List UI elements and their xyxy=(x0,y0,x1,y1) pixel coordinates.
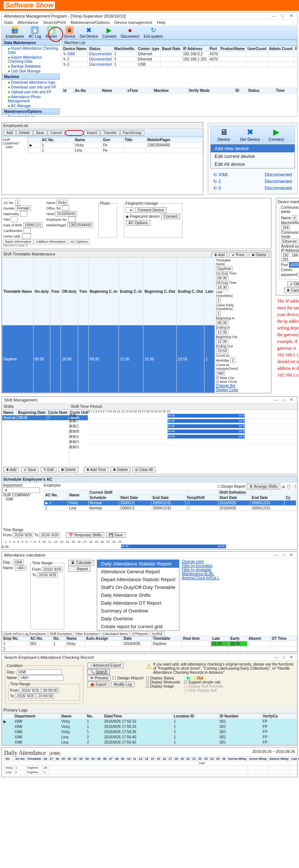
minimize-icon[interactable]: — xyxy=(272,552,280,557)
rpt-daily-stat[interactable]: Daily Attendance Statistic Report xyxy=(97,560,179,568)
dm-mode[interactable]: Ethernet xyxy=(281,239,298,244)
log-row[interactable]: XIMILina22016/9/26 17:56:401001FP xyxy=(2,735,297,740)
maximize-icon[interactable]: □ xyxy=(280,552,287,557)
rpt-sumot[interactable]: Summary of Overtime xyxy=(97,607,179,615)
chk-mustout[interactable]: ☑ Must C/Out xyxy=(216,380,237,384)
dm-name[interactable]: 4 xyxy=(292,215,297,221)
sched-row[interactable]: ▶ 1VickyNormal2000/1/12999/12/31☐2016/9/… xyxy=(44,500,296,506)
zoom-connect[interactable]: ▶Connect xyxy=(263,126,289,143)
to-date[interactable]: 2016/ 9/26 xyxy=(39,532,60,538)
table-row[interactable]: ↻ XIMIDisconnected1Ethernet192.168.0.243… xyxy=(62,52,298,57)
calc-to[interactable]: 2016/ 9/26 xyxy=(37,572,58,578)
sched-save-btn[interactable]: 💾 Save xyxy=(106,532,126,538)
tab-acopt[interactable]: AC Options xyxy=(69,239,90,244)
lnk-append[interactable]: Append Clock In/Out L xyxy=(182,576,219,580)
rpt-current[interactable]: Create report for current grid xyxy=(97,623,179,630)
sm-edit[interactable]: ✎ Edit xyxy=(41,467,56,472)
hired-field[interactable]: 2016/09/26 xyxy=(55,211,77,217)
f-leave[interactable]: 1 xyxy=(216,311,221,316)
design-report-chk[interactable]: ☐ Design Report xyxy=(217,484,246,489)
disp-status[interactable]: ☐ Display Status xyxy=(146,676,174,680)
modifylog-btn[interactable]: Modify Log xyxy=(111,682,135,687)
arrange-shifts-btn[interactable]: 🗓 Arrange Shifts xyxy=(247,484,280,489)
calc-name[interactable]: <All> xyxy=(15,565,27,571)
tt-row[interactable]: Daytime09:3018:3009:3012:3012:3023:591 xyxy=(2,325,215,393)
s-fromt[interactable]: 00:00:00 xyxy=(41,688,59,693)
minimize-icon[interactable]: — xyxy=(272,655,280,659)
f-bout[interactable]: 12:30 xyxy=(216,339,228,344)
calc-from[interactable]: 2016/ 9/26 xyxy=(42,567,62,572)
export-btn[interactable]: 📤 Export xyxy=(87,682,109,687)
menu-edit-all[interactable]: Edit All device xyxy=(211,160,295,168)
disp-workcode[interactable]: ☐ Display Workcode xyxy=(146,680,180,684)
report-btn[interactable]: 📄 Report xyxy=(68,566,90,572)
gender-field[interactable]: Female xyxy=(16,205,31,211)
dob-field[interactable]: 1998/11/1 xyxy=(23,222,43,228)
menu-search[interactable]: Search/Print xyxy=(43,20,66,25)
sched-row[interactable]: 2LinaNormal2000/1/12999/12/31☐2016/9/262… xyxy=(44,506,296,511)
menu-add-device[interactable]: Add new device xyxy=(211,145,295,152)
tb-deldevice[interactable]: ✖Del Device xyxy=(80,26,98,38)
tb-disconnect[interactable]: ●Disconnect xyxy=(121,26,139,38)
sm-save[interactable]: ✔ Save xyxy=(21,467,39,472)
from-date[interactable]: 2016/ 9/26 xyxy=(13,532,33,538)
card-field[interactable] xyxy=(24,228,31,233)
sm-clear[interactable]: ⊘ Clear All xyxy=(132,467,155,472)
nav-backup[interactable]: Backup Database xyxy=(2,64,60,69)
nav-usb[interactable]: Usb Disk Manage xyxy=(2,69,60,74)
tb-device[interactable]: 🖥Device xyxy=(64,26,75,38)
calc-btn[interactable]: 🖩 Calculate xyxy=(68,560,94,565)
connect-btn[interactable]: Connect xyxy=(161,214,180,219)
close-icon[interactable]: ✕ xyxy=(287,397,295,402)
sm-del[interactable]: ✖ Delete xyxy=(58,467,78,472)
dm-cancel[interactable]: ✖ Cancel xyxy=(284,288,299,293)
calc-row[interactable]: 10011Vicky2016/9/26Daytime01:0000:34 xyxy=(2,641,297,647)
nav-acmanage[interactable]: AC Manage xyxy=(2,103,60,108)
rpt-staff[interactable]: Staff's On-Duty/Off-Duty Timetable xyxy=(97,583,179,591)
f-tn[interactable]: Daytime xyxy=(216,266,233,272)
tab-addition[interactable]: Addition Information xyxy=(34,239,68,244)
emp-add[interactable]: Add xyxy=(4,130,16,136)
close-icon[interactable]: ✕ xyxy=(287,552,295,557)
ac-field[interactable]: 1 xyxy=(15,200,21,205)
lnk-tt[interactable]: Filter by timetable xyxy=(182,568,211,572)
advexp-btn[interactable]: ↕ Advanced Export xyxy=(87,663,124,668)
menu-attendance[interactable]: Attendance xyxy=(18,20,38,25)
change-color[interactable]: Change the Display Color xyxy=(216,384,238,392)
mobile-field[interactable]: 13823594450 xyxy=(67,222,93,228)
emp-cancel[interactable]: Cancel xyxy=(48,130,65,136)
temp-shifts-btn[interactable]: 📅 Temporary Shifts xyxy=(66,532,105,538)
calc-dep[interactable]: XIMI xyxy=(13,559,24,565)
s-tod[interactable]: 2016/ 9/26 xyxy=(15,693,36,699)
only-null[interactable]: ☐ Only Display Null xyxy=(184,688,217,692)
s-dep[interactable]: XIMI xyxy=(17,669,62,675)
nav-ul-user[interactable]: Upload user info and FP xyxy=(2,90,60,94)
rpt-dailyot[interactable]: Daily Overtime xyxy=(97,615,179,623)
nav-dl-user[interactable]: Download user info and FP xyxy=(2,85,60,90)
menu-help[interactable]: Help xyxy=(157,20,166,25)
fp-select[interactable]: ▾ xyxy=(126,207,133,213)
table-row[interactable]: ↻ 2Disconnected1Ethernet192.168.1.201437… xyxy=(62,57,298,62)
log-row[interactable]: XIMIVicky12016/9/26 17:56:351001FP xyxy=(2,729,297,735)
lnk-albl[interactable]: Maintenance AL/BL xyxy=(182,572,214,576)
f-late[interactable]: 1 xyxy=(216,298,221,303)
connect-device-btn[interactable]: Connect Device xyxy=(135,207,167,213)
lnk-exc[interactable]: Filter by Exception xyxy=(182,564,212,568)
tb-exit[interactable]: ↻Exit system xyxy=(144,26,163,38)
tab-clockio[interactable]: Clock In/Out Log Exceptions xyxy=(2,631,47,636)
tb-aclog[interactable]: 📋AC Log xyxy=(28,26,41,38)
table-row[interactable]: ↻ 3Disconnected1USB xyxy=(62,62,298,67)
tt-prev[interactable]: ✔ Previ xyxy=(229,252,247,258)
nat-field[interactable] xyxy=(20,211,27,217)
log-row[interactable]: XIMILina22016/9/26 17:56:421001FP xyxy=(2,740,297,745)
calc-row[interactable]: 2 xyxy=(2,647,297,652)
menu-data[interactable]: Data xyxy=(4,20,13,25)
dept-select[interactable]: ▾ xyxy=(3,487,40,493)
rpt-general[interactable]: Attendance General Report xyxy=(97,568,179,576)
dm-ip[interactable]: 192 . 168 . 1 . 201 xyxy=(281,252,299,262)
log-row[interactable]: ▶XIMIVicky12016/9/26 17:56:321001FP xyxy=(2,719,297,724)
tab-otrep[interactable]: OTReports xyxy=(130,631,150,636)
sm-deltime[interactable]: ✖ Delete xyxy=(110,467,130,472)
tab-noshif[interactable]: NoShif. xyxy=(151,631,165,636)
tab-miscexc[interactable]: Misc Exception xyxy=(75,631,101,636)
